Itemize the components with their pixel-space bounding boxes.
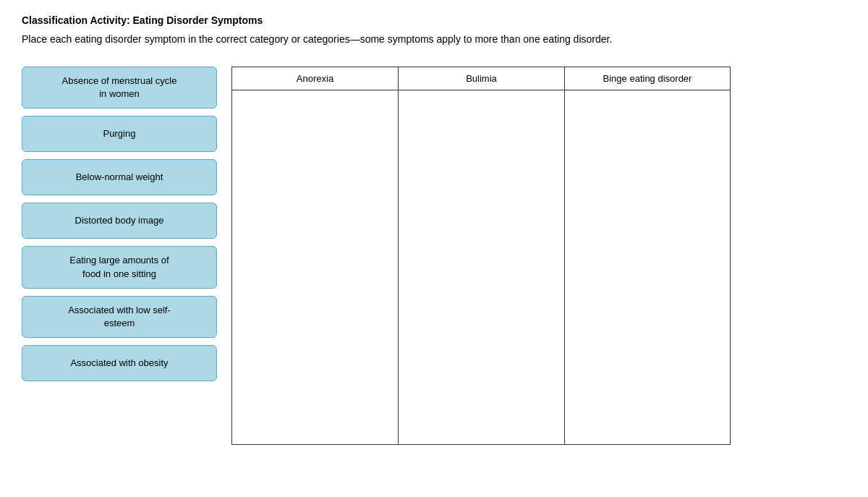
bulimia-header: Bulimia: [398, 67, 564, 90]
category-headers: AnorexiaBulimiaBinge eating disorder: [231, 67, 846, 90]
symptom-2-card[interactable]: Purging: [22, 116, 217, 152]
instructions: Place each eating disorder symptom in th…: [22, 33, 846, 45]
page-title: Classification Activity: Eating Disorder…: [22, 14, 846, 26]
activity-area: Absence of menstrual cycle in womenPurgi…: [22, 67, 846, 445]
category-columns: [231, 90, 846, 445]
anorexia-drop-zone[interactable]: [231, 90, 398, 445]
symptom-4-card[interactable]: Distorted body image: [22, 203, 217, 239]
symptom-1-card[interactable]: Absence of menstrual cycle in women: [22, 67, 217, 109]
symptom-5-card[interactable]: Eating large amounts of food in one sitt…: [22, 246, 217, 288]
symptom-6-card[interactable]: Associated with low self- esteem: [22, 296, 217, 338]
anorexia-header: Anorexia: [231, 67, 398, 90]
bulimia-drop-zone[interactable]: [398, 90, 564, 445]
symptom-3-card[interactable]: Below-normal weight: [22, 159, 217, 195]
symptom-7-card[interactable]: Associated with obesity: [22, 345, 217, 381]
categories-area: AnorexiaBulimiaBinge eating disorder: [231, 67, 846, 445]
symptoms-column: Absence of menstrual cycle in womenPurgi…: [22, 67, 217, 381]
binge-eating-header: Binge eating disorder: [564, 67, 731, 90]
binge-eating-drop-zone[interactable]: [564, 90, 731, 445]
